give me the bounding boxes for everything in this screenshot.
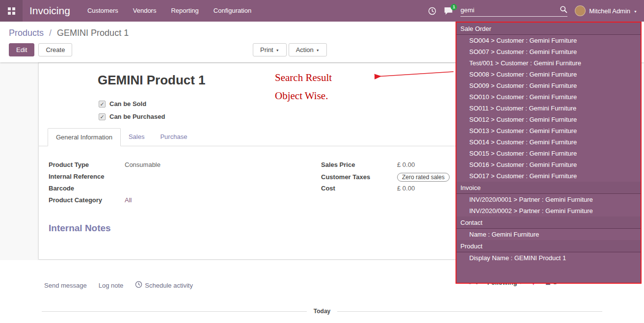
search-result-item[interactable]: SO013 > Customer : Gemini Furniture — [456, 125, 641, 136]
form-action-menus: Print▼ Action▼ — [253, 43, 327, 56]
print-menu-label: Print — [260, 46, 273, 54]
schedule-activity-clock-icon — [135, 281, 142, 290]
print-menu-button[interactable]: Print▼ — [253, 43, 287, 56]
breadcrumb-separator: / — [49, 28, 52, 38]
user-menu[interactable]: Mitchell Admin ▼ — [575, 5, 637, 16]
field-label: Product Type — [49, 161, 125, 168]
caret-down-icon: ▼ — [276, 49, 279, 52]
field-label: Barcode — [49, 185, 125, 192]
menu-reporting[interactable]: Reporting — [163, 0, 206, 22]
action-menu-label: Action — [296, 46, 314, 54]
divider-line — [42, 311, 307, 312]
field-product-category: Product Category All — [49, 196, 265, 206]
search-result-item[interactable]: SO004 > Customer : Gemini Furniture — [456, 35, 641, 46]
form-buttons: Edit Create — [9, 43, 72, 56]
tab-purchase[interactable]: Purchase — [152, 128, 195, 146]
edit-button[interactable]: Edit — [9, 43, 34, 56]
avatar — [575, 5, 586, 16]
field-label: Customer Taxes — [321, 173, 397, 181]
breadcrumb: Products / GEMINI Product 1 — [9, 28, 129, 38]
field-value: Consumable — [125, 161, 161, 168]
fields-left-column: Product Type Consumable Internal Referen… — [49, 161, 265, 208]
field-product-type: Product Type Consumable — [49, 161, 265, 170]
apps-grid-icon — [8, 7, 15, 15]
user-name: Mitchell Admin — [589, 7, 630, 15]
navbar-systray: 1 Mitchell Admin ▼ — [428, 5, 644, 17]
global-search — [460, 5, 567, 17]
schedule-activity-label: Schedule activity — [145, 282, 193, 289]
product-title: GEMINI Product 1 — [98, 73, 206, 88]
product-category-link[interactable]: All — [125, 196, 132, 204]
search-group-sale-order: Sale Order — [456, 23, 641, 35]
field-label: Sales Price — [321, 161, 397, 168]
apps-menu-button[interactable] — [0, 0, 23, 22]
annotation-note: Search Result Object Wise. — [275, 72, 332, 108]
search-result-item[interactable]: SO008 > Customer : Gemini Furniture — [456, 69, 641, 80]
menu-vendors[interactable]: Vendors — [126, 0, 164, 22]
chatter-buttons: Send message Log note Schedule activity — [44, 281, 193, 290]
search-result-item[interactable]: SO015 > Customer : Gemini Furniture — [456, 148, 641, 159]
schedule-activity-button[interactable]: Schedule activity — [135, 281, 193, 290]
messages-icon[interactable]: 1 — [444, 7, 453, 15]
action-menu-button[interactable]: Action▼ — [289, 43, 327, 56]
send-message-button[interactable]: Send message — [44, 282, 87, 289]
can-be-purchased-row: ✓ Can be Purchased — [99, 113, 165, 120]
screen: Invoicing Customers Vendors Reporting Co… — [0, 0, 644, 323]
search-input[interactable] — [460, 6, 560, 14]
annotation-arrow — [369, 68, 456, 81]
messages-badge: 1 — [451, 4, 457, 10]
search-icon[interactable] — [560, 5, 567, 15]
can-be-sold-label: Can be Sold — [109, 100, 146, 108]
can-be-sold-row: ✓ Can be Sold — [99, 100, 146, 108]
tab-sales[interactable]: Sales — [121, 128, 153, 146]
can-be-sold-checkbox[interactable]: ✓ — [99, 101, 106, 108]
search-result-item[interactable]: SO011 > Customer : Gemini Furniture — [456, 103, 641, 114]
search-result-item[interactable]: Test/001 > Customer : Gemini Furniture — [456, 57, 641, 69]
field-barcode: Barcode — [49, 185, 265, 194]
search-result-item[interactable]: SO014 > Customer : Gemini Furniture — [456, 136, 641, 148]
annotation-line-2: Object Wise. — [275, 90, 332, 102]
activities-clock-icon[interactable] — [428, 7, 436, 15]
menu-configuration[interactable]: Configuration — [206, 0, 259, 22]
main-menu: Customers Vendors Reporting Configuratio… — [80, 0, 259, 22]
annotation-line-1: Search Result — [275, 72, 332, 84]
search-result-item[interactable]: SO010 > Customer : Gemini Furniture — [456, 91, 641, 103]
today-divider: Today — [42, 308, 602, 315]
today-label: Today — [314, 308, 330, 315]
search-group-product: Product — [456, 240, 641, 252]
search-result-item[interactable]: SO017 > Customer : Gemini Furniture — [456, 170, 641, 182]
field-value: £ 0.00 — [397, 161, 415, 168]
top-navbar: Invoicing Customers Vendors Reporting Co… — [0, 0, 644, 22]
caret-down-icon: ▼ — [316, 49, 320, 52]
log-note-button[interactable]: Log note — [99, 282, 124, 289]
create-button[interactable]: Create — [38, 43, 72, 56]
divider-line — [337, 311, 602, 312]
search-result-item[interactable]: Name : Gemini Furniture — [456, 229, 641, 240]
search-result-item[interactable]: INV/2020/0002 > Partner : Gemini Furnitu… — [456, 205, 641, 216]
search-result-item[interactable]: INV/2020/0001 > Partner : Gemini Furnitu… — [456, 194, 641, 205]
field-label: Product Category — [49, 196, 125, 204]
search-results-dropdown: Sale Order SO004 > Customer : Gemini Fur… — [456, 22, 642, 284]
tab-general-information[interactable]: General Information — [48, 128, 121, 146]
search-group-contact: Contact — [456, 216, 641, 229]
field-label: Internal Reference — [49, 173, 125, 180]
field-value: £ 0.00 — [397, 185, 415, 192]
breadcrumb-products-link[interactable]: Products — [9, 28, 44, 38]
app-title[interactable]: Invoicing — [23, 5, 80, 17]
field-internal-reference: Internal Reference — [49, 173, 265, 182]
internal-notes-heading: Internal Notes — [49, 223, 111, 234]
search-result-item[interactable]: SO009 > Customer : Gemini Furniture — [456, 80, 641, 91]
search-result-item[interactable]: Display Name : GEMINI Product 1 — [456, 252, 641, 264]
customer-taxes-badge: Zero rated sales — [397, 173, 450, 182]
menu-customers[interactable]: Customers — [80, 0, 126, 22]
field-label: Cost — [321, 185, 397, 192]
can-be-purchased-label: Can be Purchased — [109, 113, 165, 120]
search-result-item[interactable]: SO016 > Customer : Gemini Furniture — [456, 159, 641, 170]
search-result-item[interactable]: SO012 > Customer : Gemini Furniture — [456, 114, 641, 125]
caret-down-icon: ▼ — [634, 10, 637, 13]
search-group-invoice: Invoice — [456, 182, 641, 194]
breadcrumb-current: GEMINI Product 1 — [57, 28, 129, 38]
can-be-purchased-checkbox[interactable]: ✓ — [99, 113, 106, 120]
search-result-item[interactable]: SO007 > Customer : Gemini Furniture — [456, 46, 641, 57]
